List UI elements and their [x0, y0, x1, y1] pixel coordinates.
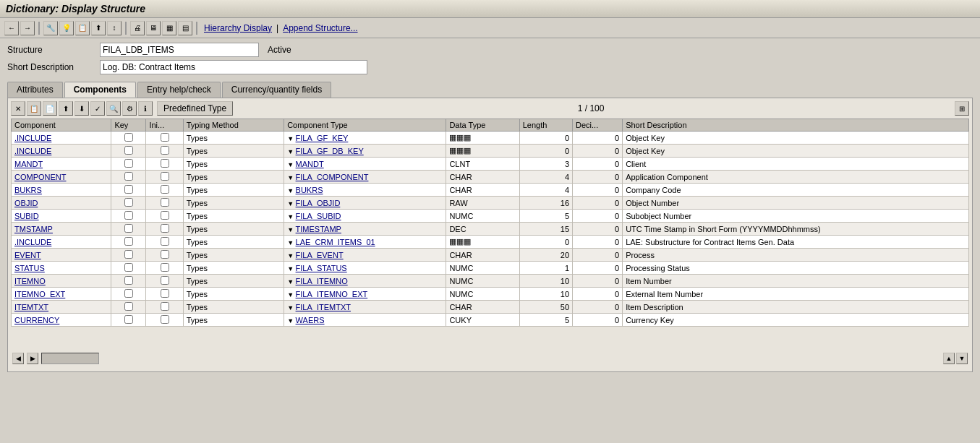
key-checkbox[interactable] — [124, 289, 133, 298]
ini-checkbox[interactable] — [161, 211, 169, 220]
component-link[interactable]: ITEMNO — [14, 277, 46, 285]
select-button[interactable]: ✓ — [90, 101, 105, 116]
up-button[interactable]: ⬆ — [91, 21, 106, 35]
component-link[interactable]: CURRENCY — [14, 316, 59, 324]
component-link[interactable]: COMPONENT — [14, 173, 67, 181]
col-settings-button[interactable]: ⊞ — [955, 101, 969, 116]
key-checkbox[interactable] — [124, 211, 133, 220]
insert-row-button[interactable]: 📋 — [27, 101, 41, 116]
comp-type-link[interactable]: FILA_EVENT — [296, 251, 344, 259]
key-checkbox[interactable] — [124, 250, 133, 259]
back-button[interactable]: ← — [4, 21, 19, 35]
key-checkbox[interactable] — [124, 302, 133, 311]
key-checkbox[interactable] — [124, 159, 133, 168]
component-link[interactable]: EVENT — [14, 251, 41, 259]
forward-button[interactable]: → — [20, 21, 35, 35]
ini-checkbox[interactable] — [161, 237, 169, 246]
ini-checkbox[interactable] — [161, 133, 169, 142]
tab-currency[interactable]: Currency/quantity fields — [222, 82, 331, 98]
tab-entry-help[interactable]: Entry help/check — [137, 82, 221, 98]
key-checkbox[interactable] — [124, 185, 133, 194]
ini-checkbox[interactable] — [161, 263, 169, 272]
key-checkbox[interactable] — [124, 146, 133, 155]
screen-button[interactable]: 🖥 — [146, 21, 161, 35]
comp-type-link[interactable]: FILA_GF_DB_KEY — [296, 147, 364, 155]
component-link[interactable]: STATUS — [14, 264, 45, 272]
ini-checkbox[interactable] — [161, 198, 169, 207]
move-button[interactable]: ↕ — [107, 21, 122, 35]
ini-checkbox[interactable] — [161, 302, 169, 311]
ini-checkbox[interactable] — [161, 172, 169, 181]
table-wrapper[interactable]: Component Key Ini... Typing Method Compo… — [11, 119, 969, 350]
scroll-right-button[interactable]: ▶ — [27, 353, 38, 364]
component-link[interactable]: SUBID — [14, 212, 39, 220]
append-structure-link[interactable]: Append Structure... — [283, 23, 357, 33]
ini-checkbox[interactable] — [161, 289, 169, 298]
key-checkbox[interactable] — [124, 237, 133, 246]
print-button[interactable]: 🖨 — [130, 21, 145, 35]
ini-checkbox[interactable] — [161, 250, 169, 259]
component-link[interactable]: .INCLUDE — [14, 147, 51, 155]
scroll-up-button[interactable]: ▲ — [943, 353, 955, 364]
key-checkbox[interactable] — [124, 172, 133, 181]
help-button[interactable]: 💡 — [59, 21, 74, 35]
filter-button[interactable]: 🔍 — [106, 101, 121, 116]
structure-input[interactable] — [100, 43, 259, 57]
clipboard-button[interactable]: 📋 — [75, 21, 90, 35]
tab-components[interactable]: Components — [64, 82, 136, 98]
comp-type-link[interactable]: FILA_ITEMNO — [296, 277, 348, 285]
comp-type-link[interactable]: TIMESTAMP — [296, 225, 341, 233]
scroll-down-button[interactable]: ▼ — [956, 353, 968, 364]
ini-checkbox[interactable] — [161, 146, 169, 155]
component-link[interactable]: OBJID — [14, 199, 38, 207]
table-button[interactable]: ▤ — [178, 21, 192, 35]
move-down-button[interactable]: ⬇ — [74, 101, 89, 116]
comp-type-link[interactable]: WAERS — [296, 316, 325, 324]
comp-type-link[interactable]: FILA_STATUS — [296, 264, 347, 272]
hierarchy-display-link[interactable]: Hierarchy Display — [204, 23, 272, 33]
tab-attributes[interactable]: Attributes — [7, 82, 63, 98]
component-link[interactable]: TMSTAMP — [14, 225, 53, 233]
component-link[interactable]: BUKRS — [14, 186, 42, 194]
predefined-type-button[interactable]: Predefined Type — [157, 101, 233, 116]
comp-type-link[interactable]: FILA_ITEMTXT — [296, 303, 351, 311]
copy-row-button[interactable]: 📄 — [43, 101, 57, 116]
short-desc-input[interactable] — [100, 60, 367, 74]
info-button[interactable]: ℹ — [138, 101, 153, 116]
component-link[interactable]: .INCLUDE — [14, 134, 51, 142]
ini-cell — [146, 132, 183, 145]
key-checkbox[interactable] — [124, 315, 133, 324]
typing-text: Types — [187, 290, 208, 298]
settings-button[interactable]: ⚙ — [122, 101, 137, 116]
comp-type-link[interactable]: LAE_CRM_ITEMS_01 — [296, 238, 375, 246]
scroll-left-button[interactable]: ◀ — [12, 353, 24, 364]
ini-checkbox[interactable] — [161, 224, 169, 233]
key-checkbox[interactable] — [124, 263, 133, 272]
comp-type-link[interactable]: FILA_OBJID — [296, 199, 341, 207]
delete-row-button[interactable]: ✕ — [11, 101, 25, 116]
move-up-button[interactable]: ⬆ — [59, 101, 73, 116]
ini-checkbox[interactable] — [161, 276, 169, 285]
key-checkbox[interactable] — [124, 276, 133, 285]
comp-type-link[interactable]: FILA_ITEMNO_EXT — [296, 290, 368, 298]
tools-button[interactable]: 🔧 — [43, 21, 58, 35]
key-checkbox[interactable] — [124, 198, 133, 207]
ini-checkbox[interactable] — [161, 185, 169, 194]
deci-cell: 0 — [573, 288, 623, 301]
ini-checkbox[interactable] — [161, 159, 169, 168]
component-link[interactable]: MANDT — [14, 160, 43, 168]
key-checkbox[interactable] — [124, 224, 133, 233]
comp-type-link[interactable]: FILA_COMPONENT — [296, 173, 369, 181]
ini-checkbox[interactable] — [161, 315, 169, 324]
comp-type-link[interactable]: FILA_SUBID — [296, 212, 341, 220]
comp-type-link[interactable]: MANDT — [296, 160, 324, 168]
grid-button[interactable]: ▦ — [162, 21, 176, 35]
comp-type-link[interactable]: FILA_GF_KEY — [296, 134, 349, 142]
component-link[interactable]: ITEMTXT — [14, 303, 48, 311]
comp-type-link[interactable]: BUKRS — [296, 186, 323, 194]
scroll-track[interactable] — [41, 353, 99, 364]
typing-text: Types — [187, 173, 208, 181]
component-link[interactable]: .INCLUDE — [14, 238, 51, 246]
key-checkbox[interactable] — [124, 133, 133, 142]
component-link[interactable]: ITEMNO_EXT — [14, 290, 65, 298]
